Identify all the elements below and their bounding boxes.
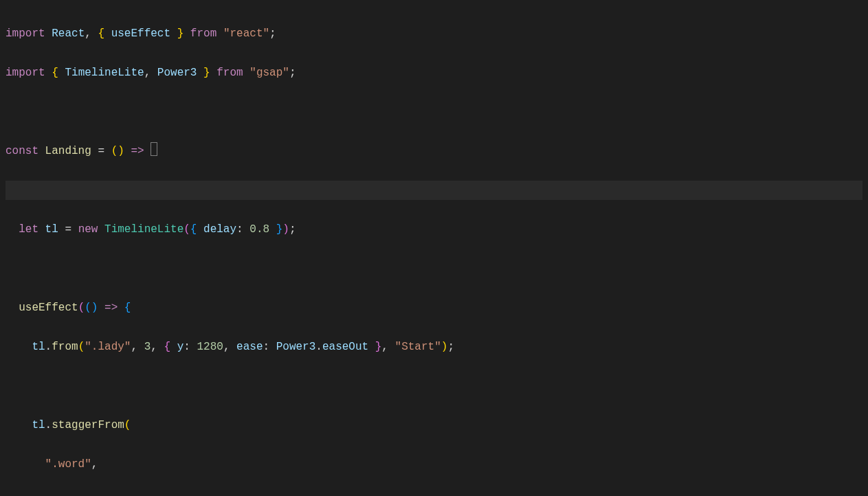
code-line: 1, <box>5 494 863 497</box>
code-line: let tl = new TimelineLite({ delay: 0.8 }… <box>5 220 863 240</box>
code-line: import React, { useEffect } from "react"… <box>5 24 863 44</box>
code-line: const Landing = () => <box>5 142 863 161</box>
code-line-blank <box>5 259 863 279</box>
code-line-blank <box>5 376 863 396</box>
code-line: ".word", <box>5 455 863 475</box>
cursor-bracket-icon <box>151 142 157 155</box>
code-line: tl.from(".lady", 3, { y: 1280, ease: Pow… <box>5 337 863 357</box>
code-editor[interactable]: import React, { useEffect } from "react"… <box>0 0 868 496</box>
ident-react: React <box>52 27 85 40</box>
fn-landing: Landing <box>45 145 91 157</box>
kw-import: import <box>5 27 45 40</box>
current-line-highlight <box>5 181 863 201</box>
code-line: tl.staggerFrom( <box>5 416 863 436</box>
code-line-blank <box>5 102 863 122</box>
code-line: useEffect(() => { <box>5 298 863 318</box>
code-line: import { TimelineLite, Power3 } from "gs… <box>5 63 863 83</box>
